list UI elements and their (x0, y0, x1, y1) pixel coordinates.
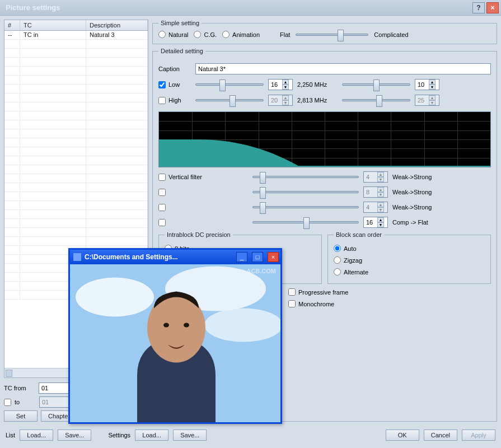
simple-setting-group: Simple setting Natural C.G. Animation Fl… (152, 20, 497, 44)
opt-opt3-spin: 4▲▼ (363, 202, 388, 213)
opt-opt4-desc: Comp -> Flat (392, 219, 457, 226)
radio-natural[interactable]: Natural (158, 31, 188, 38)
bottom-bar: List Load... Save... Settings Load... Sa… (0, 426, 501, 444)
table-row[interactable] (4, 49, 148, 58)
video-preview-window[interactable]: C:\Documents and Settings... _ □ × ACB.C… (68, 248, 282, 424)
list-save-button[interactable]: Save... (58, 430, 91, 441)
table-row[interactable] (4, 111, 148, 120)
radio-zigzag[interactable]: Zigzag (334, 256, 485, 264)
svg-point-6 (184, 323, 189, 328)
table-row[interactable] (4, 129, 148, 138)
table-row[interactable] (4, 165, 148, 174)
high-spin1: 20▲▼ (268, 95, 293, 106)
low-slider2[interactable] (342, 83, 410, 86)
table-row[interactable] (4, 228, 148, 237)
video-title-bar[interactable]: C:\Documents and Settings... _ □ × (70, 250, 280, 264)
table-row[interactable] (4, 210, 148, 219)
table-row[interactable] (4, 183, 148, 192)
radio-auto[interactable]: Auto (334, 245, 485, 252)
tc-to-label: to (15, 399, 36, 405)
opt-opt4-checkbox[interactable] (158, 219, 248, 226)
table-row[interactable] (4, 40, 148, 49)
col-header-desc[interactable]: Description (86, 20, 148, 30)
high-spin2: 25▲▼ (415, 95, 439, 106)
video-minimize-button[interactable]: _ (236, 252, 247, 262)
opt-dither-desc: Weak->Strong (392, 189, 457, 195)
low-checkbox[interactable]: Low (158, 81, 191, 88)
opt-vfilter-slider[interactable] (252, 176, 359, 178)
table-row[interactable] (4, 58, 148, 67)
table-row[interactable] (4, 219, 148, 228)
table-row[interactable]: --TC inNatural 3 (4, 31, 148, 40)
set-button[interactable]: Set (4, 410, 38, 422)
table-row[interactable] (4, 192, 148, 201)
table-row[interactable] (4, 85, 148, 94)
radio-alternate[interactable]: Alternate (334, 268, 485, 276)
table-row[interactable] (4, 147, 148, 156)
col-header-tc[interactable]: TC (20, 20, 86, 30)
tc-from-label: TC from (4, 385, 35, 391)
high-slider1 (195, 99, 264, 101)
opt-opt4-spin[interactable]: 16▲▼ (363, 217, 388, 228)
video-maximize-button[interactable]: □ (252, 252, 263, 262)
opt-dither-spin: 8▲▼ (363, 186, 388, 198)
tc-to-checkbox[interactable] (4, 399, 11, 406)
svg-point-5 (163, 323, 169, 328)
simple-slider[interactable] (296, 34, 368, 36)
settings-save-button[interactable]: Save... (173, 430, 207, 441)
high-slider2 (342, 99, 410, 101)
detailed-legend: Detailed setting (158, 48, 205, 54)
list-label: List (6, 432, 15, 438)
table-row[interactable] (4, 201, 148, 210)
table-row[interactable] (4, 138, 148, 147)
title-bar: Picture settings ? × (0, 0, 501, 16)
caption-input[interactable] (195, 63, 491, 74)
col-header-num[interactable]: # (4, 20, 20, 30)
table-row[interactable] (4, 237, 148, 246)
table-row[interactable] (4, 156, 148, 165)
opt-dither-checkbox[interactable] (158, 189, 248, 196)
close-button[interactable]: × (486, 2, 499, 13)
complicated-label: Complicated (374, 31, 408, 38)
settings-load-button[interactable]: Load... (135, 430, 168, 441)
cancel-button[interactable]: Cancel (424, 430, 457, 441)
simple-legend: Simple setting (158, 20, 202, 26)
video-window-title: C:\Documents and Settings... (85, 253, 232, 261)
opt-opt4-slider[interactable] (252, 221, 359, 223)
low-slider1[interactable] (195, 83, 264, 86)
opt-vfilter-desc: Weak->Strong (392, 174, 457, 180)
opt-vfilter-spin: 4▲▼ (363, 171, 388, 183)
monochrome-checkbox[interactable]: Monochrome (288, 300, 334, 307)
settings-label: Settings (108, 432, 130, 438)
low-freq: 2,250 MHz (297, 81, 338, 88)
window-title: Picture settings (6, 3, 471, 12)
opt-opt3-checkbox[interactable] (158, 204, 248, 211)
opt-opt3-desc: Weak->Strong (392, 204, 457, 211)
high-freq: 2,813 MHz (297, 97, 338, 104)
opt-vfilter-checkbox[interactable]: Vertical filter (158, 174, 248, 181)
high-checkbox[interactable]: High (158, 97, 191, 104)
radio-cg[interactable]: C.G. (194, 31, 217, 38)
low-spin2[interactable]: 10▲▼ (415, 79, 439, 90)
table-row[interactable] (4, 174, 148, 183)
progressive-checkbox[interactable]: Progressive frame (288, 288, 348, 296)
opt-opt3-slider[interactable] (252, 206, 359, 208)
list-load-button[interactable]: Load... (20, 430, 53, 441)
video-close-button[interactable]: × (268, 252, 279, 262)
svg-point-1 (76, 278, 154, 317)
radio-animation[interactable]: Animation (222, 31, 260, 38)
svg-text:ACB.COM: ACB.COM (246, 268, 276, 274)
opt-dither-slider[interactable] (252, 191, 359, 193)
table-row[interactable] (4, 120, 148, 129)
table-row[interactable] (4, 94, 148, 102)
ok-button[interactable]: OK (386, 430, 419, 441)
apply-button: Apply (462, 430, 495, 441)
table-row[interactable] (4, 67, 148, 76)
table-row[interactable] (4, 76, 148, 85)
blockscan-group: Block scan order Auto Zigzag Alternate (327, 231, 491, 284)
svg-point-3 (204, 309, 280, 342)
low-spin1[interactable]: 16▲▼ (268, 79, 293, 90)
table-row[interactable] (4, 102, 148, 111)
help-button[interactable]: ? (472, 2, 485, 13)
flat-label: Flat (280, 31, 290, 38)
